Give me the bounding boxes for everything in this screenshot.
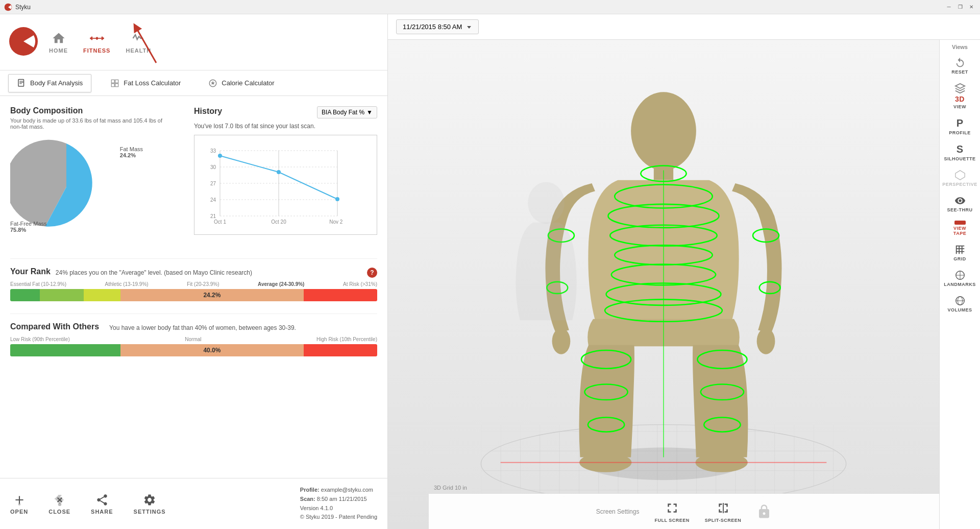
compare-header: Compared With Others You have a lower bo… [10,322,377,333]
view-grid[interactable]: GRID [944,241,976,264]
line-chart-svg: 33 30 27 24 21 Oct 1 Oct 20 Nov 21 [200,140,342,227]
history-dropdown[interactable]: BIA Body Fat % ▼ [317,106,377,118]
splitscreen-button[interactable]: SPLIT-SCREEN [705,500,742,523]
tab-bar: Body Fat Analysis Fat Loss Calculator Ca… [0,70,387,96]
view-profile[interactable]: P PROFILE [944,114,976,138]
view-reset[interactable]: RESET [944,54,976,78]
body-comp-row: Body Composition Your body is made up of… [10,106,377,248]
compare-segment-high [304,344,377,356]
bottom-close-label: CLOSE [48,509,70,515]
view-3d-icon [954,83,966,94]
view-silhouette-label: SILHOUETTE [944,156,976,161]
tab-body-fat[interactable]: Body Fat Analysis [8,74,91,92]
rank-segment-essential [10,289,40,301]
nav-item-fitness[interactable]: FITNESS [83,31,110,54]
bottom-close[interactable]: CLOSE [48,493,70,515]
view-perspective[interactable]: PERSPECTIVE [944,166,976,190]
date-dropdown[interactable]: 11/21/2015 8:50 AM [396,19,479,34]
compare-normal: Normal [185,336,201,342]
view-volumes[interactable]: VOLUMES [944,292,976,316]
rank-segment-average: 24.2% [120,289,304,301]
tab-label-body-fat: Body Fat Analysis [30,79,83,87]
svg-rect-6 [102,37,104,39]
view-landmarks[interactable]: LANDMARKS [944,267,976,290]
rank-segment-athletic [40,289,84,301]
fullscreen-icon [665,500,680,516]
tab-calorie[interactable]: Calorie Calculator [200,74,283,92]
perspective-icon [954,170,966,181]
svg-rect-13 [112,80,115,83]
compare-segment-low [10,344,120,356]
svg-text:21: 21 [210,213,216,219]
view-see-thru[interactable]: SEE-THRU [944,192,976,215]
compare-bar: 40.0% [10,344,377,356]
annotation-arrow [126,14,166,73]
view-tape-label: VIEW TAPE [947,226,973,236]
titlebar: Styku ─ ❐ ✕ [0,0,980,14]
view-reset-label: RESET [951,69,968,75]
svg-text:Oct 1: Oct 1 [214,219,226,225]
scan-value: 8:50 am 11/21/2015 [317,496,367,502]
app-logo-icon [4,3,12,11]
compare-title: Compared With Others [10,322,99,331]
fullscreen-button[interactable]: FULL SCREEN [654,500,689,523]
viewer-toolbar: 11/21/2015 8:50 AM [388,14,980,40]
svg-rect-7 [96,37,98,39]
close-button[interactable]: ✕ [967,3,976,12]
grid-icon [954,244,966,255]
nav-logo [8,26,39,59]
tab-label-calorie: Calorie Calculator [222,79,274,87]
viewer-area: Tools EDIT UNDO R [388,40,980,529]
bottom-share[interactable]: SHARE [91,493,113,515]
restore-button[interactable]: ❐ [955,3,965,12]
view-volumes-label: VOLUMES [947,307,972,312]
fullscreen-label: FULL SCREEN [654,518,689,523]
profile-value: example@styku.com [321,487,373,493]
view-silhouette-letter: S [957,143,963,155]
body-composition-subtitle: Your body is made up of 33.6 lbs of fat … [10,117,163,130]
version-text: Version 4.1.0 [300,504,377,513]
profile-label: Profile: [300,487,320,493]
svg-text:Nov 21: Nov 21 [329,219,342,225]
rank-help-icon[interactable]: ? [367,268,377,278]
screen-settings: Screen Settings FULL SCREEN SPLIT-SCREEN [429,493,939,529]
svg-text:Oct 20: Oct 20 [271,219,286,225]
svg-rect-3 [91,36,92,40]
calorie-icon [208,79,217,88]
fat-loss-icon [110,79,119,88]
tab-fat-loss[interactable]: Fat Loss Calculator [102,74,189,92]
share-icon [95,493,109,507]
svg-point-37 [18,503,20,505]
nav-item-home[interactable]: HOME [49,31,68,54]
history-header: History BIA Body Fat % ▼ [194,106,377,118]
window-controls: ─ ❐ ✕ [944,3,976,12]
svg-rect-15 [112,83,115,86]
body-composition-title: Body Composition [10,106,184,115]
svg-point-35 [277,170,281,174]
bottom-settings[interactable]: SETTINGS [134,493,166,515]
date-label: 11/21/2015 8:50 AM [403,23,462,31]
compare-section: Compared With Others You have a lower bo… [10,314,377,358]
body-fat-icon [17,79,26,88]
rank-header: Your Rank 24% places you on the "Average… [10,267,377,278]
open-icon [13,493,26,507]
view-tape[interactable]: VIEW TAPE [944,218,976,239]
views-title: Views [944,44,976,50]
bottom-open-label: OPEN [10,509,28,515]
minimize-button[interactable]: ─ [944,3,953,12]
svg-point-36 [335,197,339,201]
compare-segment-normal: 40.0% [120,344,304,356]
scan-label: Scan: [300,496,315,502]
viewer-canvas[interactable]: 3D Grid 10 in Screen Settings FULL SCREE… [388,40,939,529]
view-silhouette[interactable]: S SILHOUETTE [944,140,976,164]
view-3d[interactable]: 3D VIEW [944,80,976,112]
right-panel: 11/21/2015 8:50 AM Tools EDIT [388,14,980,529]
compare-low-risk: Low Risk (90th Percentile) [10,336,70,342]
bottom-open[interactable]: OPEN [10,493,28,515]
landmarks-icon [954,270,966,281]
settings-icon [143,493,156,507]
svg-line-8 [136,27,156,63]
lock-icon [756,504,772,519]
compare-current-value: 40.0% [203,347,220,354]
dropdown-arrow-icon [466,24,472,30]
